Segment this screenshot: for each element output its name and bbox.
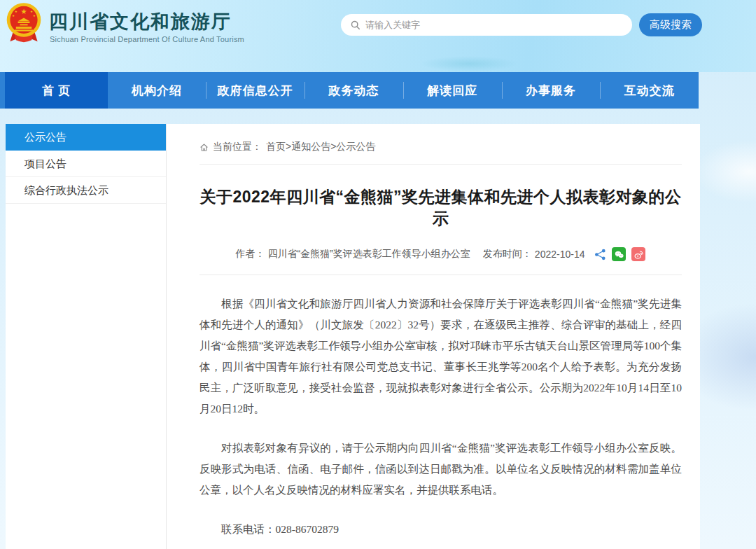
breadcrumb-path[interactable]: 首页>通知公告>公示公告 — [266, 141, 375, 153]
header-wave-decoration — [420, 56, 518, 71]
svg-text:★: ★ — [15, 10, 18, 13]
nav-item-org-intro[interactable]: 机构介绍 — [108, 72, 206, 109]
meta-divider — [200, 274, 682, 275]
svg-text:★: ★ — [20, 8, 27, 15]
nav-item-gov-news[interactable]: 政务动态 — [304, 72, 403, 109]
home-icon — [200, 143, 209, 152]
breadcrumb-prefix: 当前位置： — [213, 141, 262, 153]
main-nav: 首页 机构介绍 政府信息公开 政务动态 解读回应 办事服务 互动交流 — [0, 72, 699, 109]
contact-phone: 联系电话：028-86702879 — [200, 519, 682, 540]
site-subtitle: Sichuan Provincial Department Of Culture… — [50, 35, 244, 43]
publish-date: 2022-10-14 — [535, 249, 585, 260]
breadcrumb: 当前位置： 首页>通知公告>公示公告 — [200, 141, 682, 165]
search-box[interactable] — [341, 14, 632, 36]
weibo-icon[interactable] — [631, 247, 645, 261]
main-content-panel: 当前位置： 首页>通知公告>公示公告 关于2022年四川省“金熊猫”奖先进集体和… — [167, 124, 700, 549]
author-label: 作者： — [236, 248, 265, 260]
advanced-search-button[interactable]: 高级搜索 — [639, 13, 702, 36]
nav-item-home[interactable]: 首页 — [5, 72, 108, 109]
article-meta: 作者：四川省“金熊猫”奖评选表彰工作领导小组办公室 发布时间：2022-10-1… — [200, 247, 682, 261]
publish-label: 发布时间： — [483, 248, 532, 260]
background-cloud-decoration — [693, 140, 756, 203]
article-paragraph: 根据《四川省文化和旅游厅四川省人力资源和社会保障厅关于评选表彰四川省“金熊猫”奖… — [200, 293, 682, 419]
article-body: 根据《四川省文化和旅游厅四川省人力资源和社会保障厅关于评选表彰四川省“金熊猫”奖… — [200, 293, 682, 549]
national-emblem-logo: ★ ★ ★ ★ ★ — [4, 2, 43, 48]
svg-text:★: ★ — [30, 10, 33, 13]
sidebar-item-enforcement-publicity[interactable]: 综合行政执法公示 — [6, 177, 166, 204]
nav-item-gov-info[interactable]: 政府信息公开 — [206, 72, 304, 109]
svg-text:★: ★ — [33, 14, 36, 18]
site-title: 四川省文化和旅游厅 — [49, 9, 232, 34]
svg-text:★: ★ — [12, 14, 15, 18]
share-toolbar — [594, 247, 645, 261]
nav-item-services[interactable]: 办事服务 — [502, 72, 601, 109]
nav-item-interaction[interactable]: 互动交流 — [600, 72, 699, 109]
author-value: 四川省“金熊猫”奖评选表彰工作领导小组办公室 — [268, 248, 470, 260]
sidebar: 公示公告 项目公告 综合行政执法公示 — [6, 124, 167, 549]
site-header: ★ ★ ★ ★ ★ 四川省文化和旅游厅 Sichuan Provincial D… — [0, 0, 756, 72]
sidebar-item-project-notices[interactable]: 项目公告 — [6, 151, 166, 177]
sidebar-item-public-notices[interactable]: 公示公告 — [6, 124, 166, 151]
article-title: 关于2022年四川省“金熊猫”奖先进集体和先进个人拟表彰对象的公示 — [200, 186, 682, 230]
share-nodes-icon[interactable] — [594, 249, 606, 260]
search-icon — [351, 20, 360, 30]
nav-item-interpretation[interactable]: 解读回应 — [403, 72, 502, 109]
search-input[interactable] — [365, 20, 622, 30]
article-paragraph: 对拟表彰对象有异议的，请于公示期内向四川省“金熊猫”奖评选表彰工作领导小组办公室… — [200, 438, 682, 501]
wechat-icon[interactable] — [612, 247, 626, 261]
